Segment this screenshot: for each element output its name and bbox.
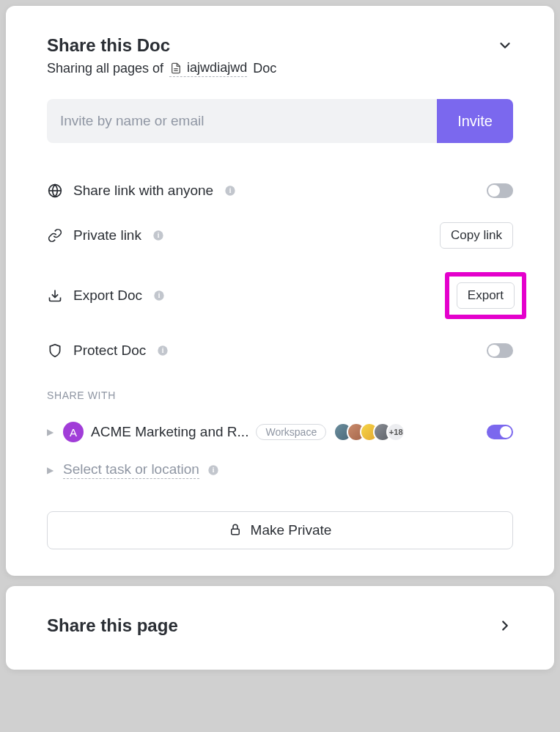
info-icon[interactable]: i [152,289,166,302]
make-private-label: Make Private [251,522,332,538]
document-icon [169,62,183,75]
svg-text:i: i [158,292,161,299]
private-link-label: Private link [73,227,141,244]
expand-caret-icon[interactable]: ▶ [47,427,56,437]
expand-chevron-icon[interactable] [497,618,513,634]
invite-button[interactable]: Invite [437,99,513,143]
export-button[interactable]: Export [457,282,515,309]
lock-icon [229,523,242,538]
doc-reference[interactable]: iajwdiajwd [169,60,247,77]
shield-icon [47,343,63,359]
share-page-panel[interactable]: Share this page [6,586,554,670]
workspace-avatar: A [63,422,84,442]
export-label: Export Doc [73,288,142,304]
doc-name: iajwdiajwd [187,60,247,76]
share-link-row: Share link with anyone i [47,171,513,211]
workspace-entry[interactable]: ▶ A ACME Marketing and R... Workspace +1… [47,416,513,448]
panel-title: Share this Doc [47,35,170,56]
share-link-label: Share link with anyone [73,183,213,199]
doc-suffix: Doc [253,61,276,76]
share-page-title: Share this page [47,615,178,636]
member-avatars: +18 [334,422,405,442]
invite-row: Invite [47,99,513,143]
invite-input[interactable] [47,99,437,143]
download-icon [47,288,63,304]
svg-text:i: i [158,232,160,239]
info-icon[interactable]: i [152,229,165,242]
workspace-badge: Workspace [256,424,326,440]
workspace-name: ACME Marketing and R... [91,424,248,440]
share-link-toggle[interactable] [487,183,513,198]
panel-header: Share this page [47,615,513,636]
select-task-label: Select task or location [63,461,199,479]
collapse-chevron-icon[interactable] [497,37,513,54]
link-icon [47,227,63,244]
select-task-row[interactable]: ▶ Select task or location i [47,451,513,489]
svg-text:i: i [229,187,232,194]
make-private-button[interactable]: Make Private [47,511,513,549]
protect-row: Protect Doc i [47,331,513,370]
avatar-more-count[interactable]: +18 [386,422,405,442]
info-icon[interactable]: i [207,464,220,477]
info-icon[interactable]: i [224,184,237,197]
globe-icon [47,183,63,199]
workspace-toggle[interactable] [487,425,513,439]
share-doc-panel: Share this Doc Sharing all pages of iajw… [6,6,554,576]
svg-rect-15 [231,529,239,535]
copy-link-button[interactable]: Copy link [440,222,513,249]
expand-caret-icon[interactable]: ▶ [47,465,56,475]
subtitle-prefix: Sharing all pages of [47,61,163,76]
export-highlight: Export [445,272,526,319]
share-with-heading: SHARE WITH [47,389,513,401]
info-icon[interactable]: i [156,344,169,357]
panel-header: Share this Doc [47,35,513,56]
export-row: Export Doc i Export [47,260,513,331]
panel-subtitle: Sharing all pages of iajwdiajwd Doc [47,60,513,77]
svg-text:i: i [162,347,164,354]
private-link-row: Private link i Copy link [47,211,513,260]
protect-toggle[interactable] [487,343,513,358]
svg-text:i: i [213,466,215,474]
protect-label: Protect Doc [73,343,146,359]
